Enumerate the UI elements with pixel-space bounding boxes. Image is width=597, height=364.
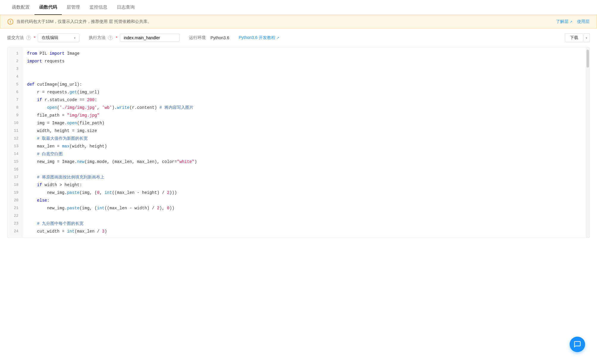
runtime-label: 运行环境 bbox=[189, 35, 206, 40]
line-number: 3 bbox=[7, 65, 22, 73]
exec-method-help[interactable]: ? bbox=[108, 35, 113, 40]
download-arrow-button[interactable]: ▾ bbox=[583, 33, 590, 42]
submit-method-group: 提交方法 ? * 在线编辑 ▾ bbox=[7, 33, 79, 42]
code-line: new_img.paste(img, (int((max_len - width… bbox=[27, 204, 585, 212]
line-number: 17 bbox=[7, 173, 22, 181]
line-number: 6 bbox=[7, 88, 22, 96]
code-line: max_len = max(width, height) bbox=[27, 142, 585, 150]
code-line: new_img.paste(img, (0, int((max_len - he… bbox=[27, 189, 585, 197]
code-editor[interactable]: 123456789101112131415161718192021222324 … bbox=[7, 47, 590, 238]
tabs-bar: 函数配置 函数代码 层管理 监控信息 日志查询 bbox=[0, 0, 597, 15]
line-number: 7 bbox=[7, 96, 22, 104]
code-line bbox=[27, 166, 585, 173]
exec-method-input[interactable] bbox=[120, 34, 180, 42]
download-button[interactable]: 下载 bbox=[565, 33, 583, 42]
warning-icon: ! bbox=[7, 19, 13, 25]
scrollbar-thumb[interactable] bbox=[587, 50, 589, 68]
line-number: 5 bbox=[7, 81, 22, 88]
exec-method-required: * bbox=[116, 35, 117, 40]
code-line: r = requests.get(img_url) bbox=[27, 88, 585, 96]
code-line: new_img = Image.new(img.mode, (max_len, … bbox=[27, 158, 585, 166]
dev-guide-link[interactable]: Python3.6 开发教程 ↗ bbox=[239, 35, 279, 40]
line-number: 12 bbox=[7, 135, 22, 142]
tab-func-code[interactable]: 函数代码 bbox=[34, 0, 62, 15]
runtime-group: 运行环境 Python3.6 bbox=[189, 35, 229, 40]
code-line: def cutImage(img_url): bbox=[27, 81, 585, 88]
code-line: # 取最大值作为新图的长宽 bbox=[27, 135, 585, 142]
code-lines[interactable]: from PIL import Imageimport requests def… bbox=[22, 47, 590, 238]
line-numbers: 123456789101112131415161718192021222324 bbox=[7, 47, 22, 238]
line-number: 18 bbox=[7, 181, 22, 189]
warning-banner: ! 当前代码包大于10M，仅显示入口文件，推荐使用 层 托管依赖和公共库。 了解… bbox=[0, 15, 597, 29]
learn-layer-link[interactable]: 了解层 ↗ bbox=[556, 19, 572, 24]
tab-log-query[interactable]: 日志查询 bbox=[112, 0, 139, 15]
code-line: img = Image.open(file_path) bbox=[27, 119, 585, 127]
line-number: 19 bbox=[7, 189, 22, 197]
code-line: file_path = "img/img.jpg" bbox=[27, 112, 585, 119]
code-line: width, height = img.size bbox=[27, 127, 585, 135]
code-content: 123456789101112131415161718192021222324 … bbox=[7, 47, 590, 238]
line-number: 4 bbox=[7, 73, 22, 81]
line-number: 11 bbox=[7, 127, 22, 135]
line-number: 10 bbox=[7, 119, 22, 127]
download-chevron-icon: ▾ bbox=[586, 36, 587, 40]
line-number: 13 bbox=[7, 142, 22, 150]
code-line: open('./img/img.jpg', 'wb').write(r.cont… bbox=[27, 104, 585, 112]
line-number: 14 bbox=[7, 150, 22, 158]
code-line: cut_width = int(max_len / 3) bbox=[27, 228, 585, 235]
toolbar: 提交方法 ? * 在线编辑 ▾ 执行方法 ? * 运行环境 Python3.6 … bbox=[0, 29, 597, 47]
line-number: 16 bbox=[7, 166, 22, 173]
line-number: 8 bbox=[7, 104, 22, 112]
submit-method-label: 提交方法 bbox=[7, 35, 24, 40]
code-line: # 将原图画面按比例填充到新画布上 bbox=[27, 173, 585, 181]
scrollbar-track[interactable] bbox=[586, 47, 590, 238]
chevron-down-icon: ▾ bbox=[74, 36, 76, 40]
code-line bbox=[27, 212, 585, 220]
code-line: if width > height: bbox=[27, 181, 585, 189]
code-line: # 白底空白图 bbox=[27, 150, 585, 158]
exec-method-label: 执行方法 bbox=[89, 35, 106, 40]
submit-method-required: * bbox=[34, 35, 35, 40]
code-line: if r.status_code == 200: bbox=[27, 96, 585, 104]
svg-text:!: ! bbox=[10, 20, 11, 24]
download-group: 下载 ▾ bbox=[565, 33, 590, 42]
submit-method-help[interactable]: ? bbox=[26, 35, 31, 40]
submit-method-select[interactable]: 在线编辑 ▾ bbox=[38, 33, 79, 42]
code-line: from PIL import Image bbox=[27, 50, 585, 57]
warning-links: 了解层 ↗ 使用层 bbox=[556, 19, 590, 24]
line-number: 23 bbox=[7, 220, 22, 228]
code-line: # 九分图中每个图的长宽 bbox=[27, 220, 585, 228]
line-number: 15 bbox=[7, 158, 22, 166]
warning-text: 当前代码包大于10M，仅显示入口文件，推荐使用 层 托管依赖和公共库。 bbox=[16, 19, 152, 24]
dev-guide-group: Python3.6 开发教程 ↗ bbox=[239, 35, 279, 40]
line-number: 24 bbox=[7, 228, 22, 235]
line-number: 1 bbox=[7, 50, 22, 57]
tab-layer-mgmt[interactable]: 层管理 bbox=[62, 0, 85, 15]
tab-monitor[interactable]: 监控信息 bbox=[85, 0, 112, 15]
code-line bbox=[27, 65, 585, 73]
warning-content: ! 当前代码包大于10M，仅显示入口文件，推荐使用 层 托管依赖和公共库。 bbox=[7, 19, 152, 25]
ext-link-icon-1: ↗ bbox=[570, 20, 572, 24]
line-number: 2 bbox=[7, 57, 22, 65]
line-number: 9 bbox=[7, 112, 22, 119]
code-line: else: bbox=[27, 197, 585, 204]
tab-func-config[interactable]: 函数配置 bbox=[7, 0, 34, 15]
runtime-value: Python3.6 bbox=[210, 35, 229, 40]
line-number: 20 bbox=[7, 197, 22, 204]
ext-link-icon-2: ↗ bbox=[276, 36, 279, 40]
exec-method-group: 执行方法 ? * bbox=[89, 34, 179, 42]
code-line: import requests bbox=[27, 57, 585, 65]
use-layer-link[interactable]: 使用层 bbox=[577, 19, 590, 24]
line-number: 22 bbox=[7, 212, 22, 220]
line-number: 21 bbox=[7, 204, 22, 212]
code-line bbox=[27, 73, 585, 81]
